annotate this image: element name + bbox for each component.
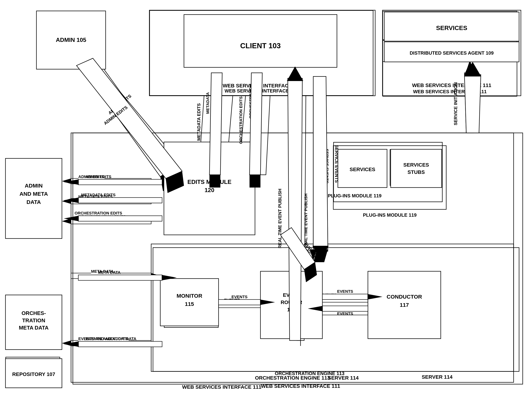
svg-marker-18	[310, 250, 317, 260]
wsi-client-container: WEB SERVICES INTERFACE 111	[149, 10, 373, 96]
svg-marker-27	[71, 273, 151, 279]
events-conductor-router-label: EVENTS	[321, 305, 336, 310]
service-events-label: SERVICE EVENTS	[324, 149, 329, 183]
metadata-edits-diagonal-label: METADATAEDITS	[205, 92, 215, 114]
orchestration-engine-label: ORCHESTRATION ENGINE 113	[255, 375, 330, 381]
svg-marker-122	[64, 216, 79, 221]
svg-marker-33	[319, 297, 368, 302]
repository-box: REPOSITORY 107	[6, 357, 60, 386]
events-router-conductor-label: EVENTS	[321, 293, 336, 298]
svg-marker-31	[219, 302, 262, 308]
svg-marker-42	[313, 250, 328, 262]
admin-edits-diagonal-label: ADMIN EDITS	[107, 94, 133, 116]
svg-marker-30	[62, 340, 71, 346]
orchestration-edits-horiz-label: ORCHESTRATION EDITS	[78, 214, 126, 219]
svg-text:SERVER 114: SERVER 114	[422, 374, 453, 380]
svg-line-10	[89, 76, 158, 149]
svg-marker-24	[62, 199, 71, 204]
conductor-box: CONDUCTOR117	[368, 275, 437, 337]
svg-marker-116	[64, 179, 79, 185]
svg-marker-128	[64, 341, 79, 347]
svg-marker-110	[312, 246, 329, 260]
svg-marker-38	[301, 260, 313, 271]
svg-rect-72	[73, 133, 523, 384]
events-audit-label: EVENTS AND AUDIT DATA	[78, 337, 129, 341]
svg-marker-21	[71, 178, 151, 184]
monitor-box: MONITOR115	[164, 284, 219, 328]
svg-text:PLUG-INS MODULE 119: PLUG-INS MODULE 119	[363, 212, 417, 218]
svg-line-9	[89, 76, 158, 149]
svg-marker-139	[280, 228, 315, 269]
admin-meta-data-box: ADMINAND METADATA	[6, 162, 60, 238]
svg-marker-35	[319, 310, 368, 315]
wsi-services-container: WEB SERVICES INTERFACE 111	[382, 11, 517, 96]
real-time-event-publish-label: REAL TIME EVENT PUBLISH	[304, 194, 308, 248]
svg-text:REAL TIME EVENT PUBLISH: REAL TIME EVENT PUBLISH	[277, 189, 282, 248]
diagram: ADMIN 105 CLIENT 103 WEB SERVICES INTERF…	[0, 0, 532, 400]
orchestration-edits-diagonal-label: ORCHESTRATIONEDITS	[248, 84, 258, 119]
wsi-bottom-label: WEB SERVICES INTERFACE 111	[182, 384, 261, 390]
svg-marker-28	[151, 273, 160, 279]
svg-text:WEB SERVICES INTERFACE 111: WEB SERVICES INTERFACE 111	[261, 383, 340, 389]
svg-marker-26	[62, 219, 71, 224]
service-initiation-label: SERVICE INITIATION	[471, 85, 475, 124]
orchestration-meta-box: ORCHES-TRATIONMETA DATA	[6, 299, 60, 350]
events-monitor-router-label: EVENTS	[224, 298, 240, 303]
svg-marker-125	[162, 275, 177, 280]
server-label: SERVER 114	[328, 375, 359, 381]
admin-box: ADMIN 105	[36, 11, 106, 69]
svg-marker-23	[71, 199, 151, 204]
svg-marker-127	[78, 341, 162, 347]
metadata-edits-horiz-label: METADATA EDITS	[78, 194, 113, 199]
svg-text:EVENTS: EVENTS	[337, 311, 353, 316]
edits-module-box: EDITS MODULE120	[164, 142, 251, 233]
svg-marker-124	[78, 275, 162, 280]
admin-edits-horiz-label: ADMIN EDITS	[78, 175, 104, 179]
meta-data-horiz-label: META DATA	[91, 269, 114, 274]
svg-text:METADATA EDITS: METADATA EDITS	[196, 103, 201, 141]
svg-marker-22	[62, 178, 71, 184]
plugins-container	[333, 142, 443, 202]
svg-marker-115	[78, 179, 162, 185]
svg-marker-119	[64, 198, 79, 203]
svg-marker-25	[71, 219, 151, 224]
svg-text:ORCHESTRATION EDITS: ORCHESTRATION EDITS	[239, 96, 243, 144]
svg-marker-29	[71, 340, 151, 346]
event-router-box: EVENTROUTER118	[262, 275, 319, 337]
svg-text:EVENTS: EVENTS	[337, 289, 353, 294]
svg-rect-7	[71, 133, 514, 382]
